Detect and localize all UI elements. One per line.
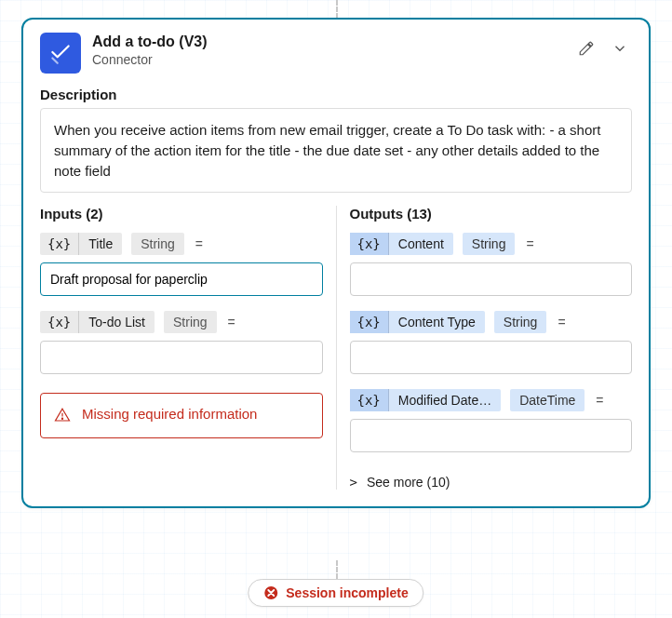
edit-button[interactable]	[576, 38, 597, 59]
input-param-title: {x} Title String =	[40, 233, 323, 255]
action-card: Add a to-do (V3) Connector Description W…	[21, 18, 651, 508]
warning-icon	[54, 407, 71, 426]
output-modifieddate-value[interactable]	[350, 419, 633, 452]
pencil-icon	[578, 40, 595, 57]
output-contenttype-value[interactable]	[350, 341, 633, 374]
output-content-value[interactable]	[350, 262, 633, 296]
error-circle-icon	[263, 585, 278, 600]
param-name: Content Type	[389, 311, 485, 333]
input-todolist-value[interactable]	[40, 341, 323, 374]
see-more-button[interactable]: > See more (10)	[350, 475, 633, 490]
card-title: Add a to-do (V3)	[92, 33, 576, 50]
equals-icon: =	[194, 236, 205, 251]
inputs-header: Inputs (2)	[40, 206, 323, 222]
outputs-header: Outputs (13)	[350, 206, 633, 222]
param-type: String	[164, 311, 217, 333]
expand-button[interactable]	[610, 38, 630, 59]
title-block: Add a to-do (V3) Connector	[92, 33, 576, 68]
error-message: Missing required information	[82, 405, 257, 423]
param-token[interactable]: {x} Title	[40, 233, 122, 255]
card-subtitle: Connector	[92, 52, 576, 68]
chevron-down-icon	[612, 40, 628, 57]
inputs-column: Inputs (2) {x} Title String = {x} To-do …	[40, 206, 337, 490]
equals-icon: =	[594, 393, 605, 408]
param-name: To-do List	[79, 311, 155, 333]
param-name: Title	[79, 233, 122, 255]
output-param-content: {x} Content String =	[350, 233, 633, 255]
session-status-pill[interactable]: Session incomplete	[248, 579, 423, 607]
equals-icon: =	[226, 315, 237, 329]
input-param-todolist: {x} To-do List String =	[40, 311, 323, 333]
card-header: Add a to-do (V3) Connector	[40, 33, 632, 74]
param-type: String	[463, 233, 516, 255]
see-more-label: See more (10)	[367, 475, 450, 490]
output-param-modifieddate: {x} Modified Date… DateTime =	[350, 389, 633, 411]
param-token[interactable]: {x} Modified Date…	[350, 389, 502, 411]
description-label: Description	[40, 87, 632, 102]
error-box: Missing required information	[40, 393, 323, 438]
equals-icon: =	[524, 236, 535, 251]
equals-icon: =	[556, 315, 567, 329]
todo-app-icon	[40, 33, 81, 74]
description-box: When you receive action items from new e…	[40, 108, 632, 193]
brace-icon: {x}	[40, 233, 79, 255]
outputs-column: Outputs (13) {x} Content String = {x} Co…	[337, 206, 633, 490]
brace-icon: {x}	[40, 311, 79, 333]
brace-icon: {x}	[350, 233, 389, 255]
param-type: String	[494, 311, 547, 333]
param-token[interactable]: {x} Content	[350, 233, 453, 255]
param-name: Content	[389, 233, 453, 255]
param-type: DateTime	[510, 389, 585, 411]
brace-icon: {x}	[350, 311, 389, 333]
session-status-label: Session incomplete	[286, 585, 408, 600]
brace-icon: {x}	[350, 389, 389, 411]
input-title-value[interactable]	[40, 262, 323, 296]
canvas-connector-top	[336, 0, 338, 19]
header-actions	[576, 38, 630, 59]
param-name: Modified Date…	[389, 389, 501, 411]
param-token[interactable]: {x} Content Type	[350, 311, 485, 333]
chevron-right-icon: >	[350, 475, 357, 490]
output-param-contenttype: {x} Content Type String =	[350, 311, 633, 333]
io-row: Inputs (2) {x} Title String = {x} To-do …	[40, 206, 632, 490]
canvas-connector-bottom	[336, 560, 338, 579]
svg-point-1	[61, 418, 62, 419]
param-type: String	[131, 233, 184, 255]
param-token[interactable]: {x} To-do List	[40, 311, 155, 333]
